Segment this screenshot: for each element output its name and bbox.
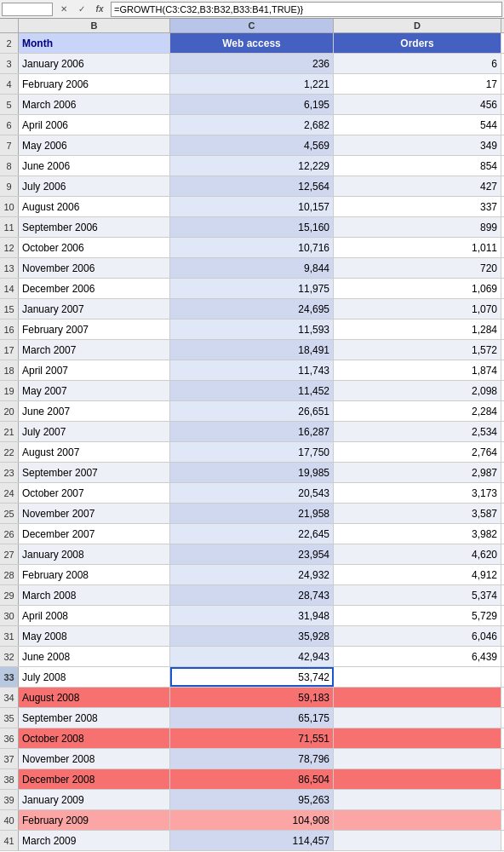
cancel-formula-icon[interactable]: ✕ (56, 2, 72, 17)
table-row[interactable]: 26December 200722,6453,982 (0, 524, 504, 544)
cell-web-access[interactable]: 10,716 (170, 238, 334, 257)
cell-month[interactable]: January 2009 (19, 790, 170, 809)
cell-month[interactable]: April 2007 (19, 360, 170, 380)
table-row[interactable]: 7May 20064,569349 (0, 135, 504, 156)
table-row[interactable]: 28February 200824,9324,912 (0, 565, 504, 585)
cell-month[interactable]: March 2007 (19, 340, 170, 360)
cell-month[interactable]: July 2008 (19, 667, 170, 687)
cell-web-access[interactable]: 28,743 (170, 585, 334, 605)
cell-web-access[interactable]: 18,491 (170, 340, 334, 360)
table-row[interactable]: 10August 200610,157337 (0, 197, 504, 217)
cell-web-access[interactable]: 12,564 (170, 176, 334, 196)
cell-web-access[interactable]: 4,569 (170, 135, 334, 155)
cell-web-access[interactable]: 95,263 (170, 790, 334, 809)
cell-web-access[interactable]: 10,157 (170, 197, 334, 216)
table-row[interactable]: 31May 200835,9286,046 (0, 626, 504, 647)
table-row[interactable]: 41March 2009114,457 (0, 831, 504, 851)
cell-orders[interactable]: 6,439 (334, 647, 501, 666)
cell-web-access[interactable]: 86,504 (170, 769, 334, 789)
cell-web-access[interactable]: 11,452 (170, 381, 334, 400)
table-row[interactable]: 39January 200995,263 (0, 790, 504, 810)
cell-month[interactable]: October 2006 (19, 238, 170, 257)
cell-orders[interactable]: 349 (334, 135, 501, 155)
table-row[interactable]: 3January 20062366 (0, 54, 504, 74)
cell-month[interactable]: March 2009 (19, 831, 170, 850)
cell-orders[interactable]: 1,069 (334, 279, 501, 298)
table-row[interactable]: 36October 200871,551 (0, 728, 504, 749)
cell-web-access[interactable]: 1,221 (170, 74, 334, 94)
table-row[interactable]: 15January 200724,6951,070 (0, 299, 504, 320)
table-row[interactable]: 9July 200612,564427 (0, 176, 504, 197)
cell-month[interactable]: October 2007 (19, 483, 170, 503)
table-row[interactable]: 6April 20062,682544 (0, 115, 504, 135)
cell-web-access[interactable]: 65,175 (170, 708, 334, 728)
table-row[interactable]: 33July 200853,742 (0, 667, 504, 688)
cell-web-access[interactable]: 21,958 (170, 504, 334, 523)
cell-web-access[interactable]: 22,645 (170, 524, 334, 544)
cell-month[interactable]: July 2006 (19, 176, 170, 196)
cell-web-access[interactable]: 17,750 (170, 442, 334, 462)
table-row[interactable]: 5March 20066,195456 (0, 95, 504, 115)
cell-web-access[interactable]: 6,195 (170, 95, 334, 114)
table-row[interactable]: 25November 200721,9583,587 (0, 504, 504, 524)
cell-month[interactable]: April 2008 (19, 606, 170, 625)
cell-orders[interactable]: 5,729 (334, 606, 501, 625)
table-row[interactable]: 23September 200719,9852,987 (0, 463, 504, 483)
cell-orders[interactable]: 3,173 (334, 483, 501, 503)
cell-month[interactable]: May 2007 (19, 381, 170, 400)
cell-month[interactable]: February 2006 (19, 74, 170, 94)
cell-web-access[interactable]: 114,457 (170, 831, 334, 850)
cell-web-access[interactable]: Web access (170, 33, 334, 53)
table-row[interactable]: 34August 200859,183 (0, 688, 504, 708)
cell-orders[interactable]: 337 (334, 197, 501, 216)
cell-web-access[interactable]: 35,928 (170, 626, 334, 646)
cell-month[interactable]: June 2007 (19, 401, 170, 421)
cell-orders[interactable]: 2,764 (334, 442, 501, 462)
cell-web-access[interactable]: 71,551 (170, 728, 334, 748)
cell-orders[interactable] (334, 810, 501, 830)
cell-month[interactable]: January 2008 (19, 544, 170, 564)
cell-orders[interactable]: 6 (334, 54, 501, 73)
cell-month[interactable]: October 2008 (19, 728, 170, 748)
cell-web-access[interactable]: 59,183 (170, 688, 334, 707)
table-row[interactable]: 13November 20069,844720 (0, 258, 504, 279)
cell-web-access[interactable]: 42,943 (170, 647, 334, 666)
cell-web-access[interactable]: 104,908 (170, 810, 334, 830)
cell-orders[interactable] (334, 728, 501, 748)
cell-month[interactable]: Month (19, 33, 170, 53)
cell-orders[interactable]: 854 (334, 156, 501, 176)
table-row[interactable]: 37November 200878,796 (0, 749, 504, 769)
cell-orders[interactable]: 456 (334, 95, 501, 114)
table-row[interactable]: 27January 200823,9544,620 (0, 544, 504, 565)
cell-month[interactable]: March 2006 (19, 95, 170, 114)
cell-web-access[interactable]: 78,796 (170, 749, 334, 769)
cell-orders[interactable]: 17 (334, 74, 501, 94)
cell-month[interactable]: September 2007 (19, 463, 170, 482)
cell-orders[interactable]: 1,284 (334, 320, 501, 339)
cell-web-access[interactable]: 16,287 (170, 422, 334, 441)
cell-web-access[interactable]: 20,543 (170, 483, 334, 503)
cell-month[interactable]: June 2008 (19, 647, 170, 666)
cell-month[interactable]: December 2008 (19, 769, 170, 789)
table-row[interactable]: 22August 200717,7502,764 (0, 442, 504, 463)
cell-orders[interactable] (334, 708, 501, 728)
cell-orders[interactable]: 5,374 (334, 585, 501, 605)
table-row[interactable]: 16February 200711,5931,284 (0, 320, 504, 340)
cell-web-access[interactable]: 236 (170, 54, 334, 73)
table-row[interactable]: 38December 200886,504 (0, 769, 504, 790)
cell-orders[interactable]: 899 (334, 217, 501, 237)
cell-web-access[interactable]: 31,948 (170, 606, 334, 625)
table-row[interactable]: 12October 200610,7161,011 (0, 238, 504, 258)
cell-orders[interactable]: Orders (334, 33, 501, 53)
cell-orders[interactable]: 6,046 (334, 626, 501, 646)
col-header-d[interactable]: D (334, 19, 501, 32)
cell-month[interactable]: May 2008 (19, 626, 170, 646)
cell-orders[interactable]: 2,098 (334, 381, 501, 400)
table-row[interactable]: 17March 200718,4911,572 (0, 340, 504, 360)
cell-reference-box[interactable]: C33 (2, 3, 53, 16)
table-row[interactable]: 14December 200611,9751,069 (0, 279, 504, 299)
cell-orders[interactable] (334, 667, 501, 687)
cell-month[interactable]: November 2008 (19, 749, 170, 769)
cell-month[interactable]: September 2006 (19, 217, 170, 237)
cell-month[interactable]: February 2007 (19, 320, 170, 339)
